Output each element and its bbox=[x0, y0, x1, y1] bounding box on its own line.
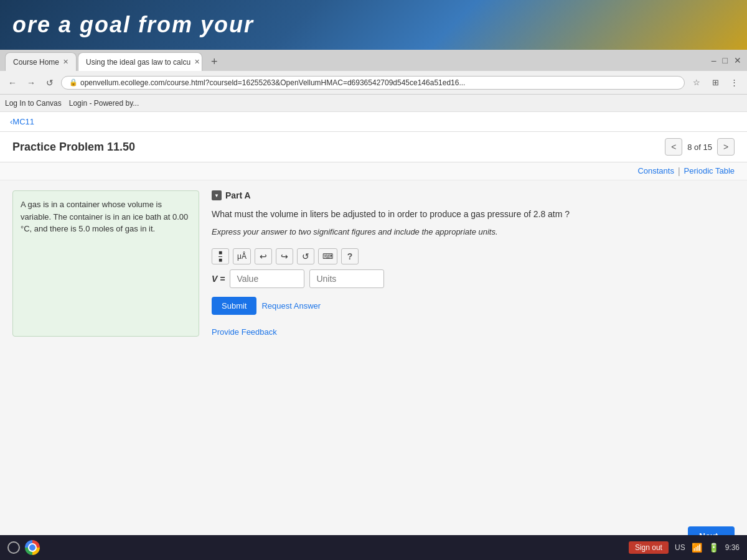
problem-description: A gas is in a container whose volume is … bbox=[12, 190, 199, 337]
page-info: 8 of 15 bbox=[687, 142, 712, 152]
units-input[interactable] bbox=[309, 269, 384, 288]
close-button[interactable]: ✕ bbox=[732, 55, 743, 65]
maximize-button[interactable]: □ bbox=[721, 55, 730, 65]
back-button[interactable]: ← bbox=[5, 75, 20, 90]
breadcrumb-nav: ‹MC11 bbox=[0, 112, 747, 132]
new-tab-button[interactable]: + bbox=[206, 55, 223, 68]
constants-bar: Constants | Periodic Table bbox=[0, 162, 747, 180]
extension-icon[interactable]: ⊞ bbox=[707, 75, 723, 91]
taskbar-right: Sign out US 📶 🔋 9:36 bbox=[629, 541, 740, 554]
problem-title: Practice Problem 11.50 bbox=[12, 141, 135, 154]
constants-separator: | bbox=[678, 166, 680, 176]
taskbar-circle-icon[interactable] bbox=[7, 541, 20, 554]
question-instruction: Express your answer to two significant f… bbox=[212, 226, 735, 238]
tab-calc[interactable]: Using the ideal gas law to calcu ✕ bbox=[78, 52, 202, 71]
tab-label-calc: Using the ideal gas law to calcu bbox=[86, 58, 190, 67]
url-display: openvellum.ecollege.com/course.html?cour… bbox=[80, 78, 677, 87]
tab-label-course-home: Course Home bbox=[13, 58, 59, 67]
help-button[interactable]: ? bbox=[341, 248, 359, 264]
bookmark-log-in-canvas[interactable]: Log In to Canvas bbox=[5, 99, 62, 108]
window-controls: – □ ✕ bbox=[706, 53, 747, 68]
constants-link[interactable]: Constants bbox=[637, 166, 674, 176]
periodic-table-link[interactable]: Periodic Table bbox=[684, 166, 735, 176]
sign-out-button[interactable]: Sign out bbox=[629, 541, 669, 554]
bookmark-login-powered-by[interactable]: Login - Powered by... bbox=[69, 99, 139, 108]
browser-actions: ☆ ⊞ ⋮ bbox=[688, 75, 742, 91]
address-bar[interactable]: 🔒 openvellum.ecollege.com/course.html?co… bbox=[61, 76, 685, 90]
bookmark-star-icon[interactable]: ☆ bbox=[688, 75, 705, 91]
taskbar-time: 9:36 bbox=[725, 543, 740, 552]
answer-label: V = bbox=[212, 274, 225, 284]
refresh-button[interactable]: ↺ bbox=[297, 248, 314, 264]
address-bar-row: ← → ↺ 🔒 openvellum.ecollege.com/course.h… bbox=[0, 71, 747, 95]
question-area: Part A What must the volume in liters be… bbox=[212, 190, 735, 337]
tab-close-calc[interactable]: ✕ bbox=[194, 58, 200, 66]
undo-button[interactable]: ↩ bbox=[255, 248, 272, 264]
question-text: What must the volume in liters be adjust… bbox=[212, 208, 735, 221]
taskbar-battery-icon: 🔋 bbox=[708, 543, 719, 553]
reload-button[interactable]: ↺ bbox=[42, 75, 57, 90]
breadcrumb-parent-link[interactable]: ‹MC11 bbox=[10, 117, 34, 126]
main-content: ‹MC11 Practice Problem 11.50 < 8 of 15 >… bbox=[0, 112, 747, 559]
taskbar-chrome-icon[interactable] bbox=[25, 540, 40, 555]
taskbar-left bbox=[7, 540, 40, 555]
problem-area: A gas is in a container whose volume is … bbox=[0, 180, 747, 347]
prev-page-button[interactable]: < bbox=[665, 138, 682, 156]
minimize-button[interactable]: – bbox=[710, 55, 718, 65]
browser-chrome: Course Home ✕ Using the ideal gas law to… bbox=[0, 50, 747, 112]
taskbar-wifi-icon: 📶 bbox=[692, 543, 702, 553]
tab-course-home[interactable]: Course Home ✕ bbox=[5, 52, 77, 71]
tab-close-course-home[interactable]: ✕ bbox=[63, 58, 68, 66]
part-a-toggle[interactable] bbox=[212, 190, 222, 200]
bookmarks-bar: Log In to Canvas Login - Powered by... bbox=[0, 95, 747, 112]
submit-button[interactable]: Submit bbox=[212, 297, 256, 315]
value-input[interactable] bbox=[230, 269, 304, 288]
mu-button[interactable]: μÅ bbox=[233, 248, 251, 264]
keyboard-button[interactable]: ⌨ bbox=[318, 248, 337, 264]
top-banner-text: ore a goal from your bbox=[12, 12, 254, 38]
request-answer-link[interactable]: Request Answer bbox=[261, 297, 321, 315]
action-buttons: Submit Request Answer bbox=[212, 297, 735, 315]
fraction-button[interactable]: ■ ■ bbox=[212, 248, 229, 264]
part-a-label: Part A bbox=[225, 190, 251, 200]
tab-area: Course Home ✕ Using the ideal gas law to… bbox=[0, 50, 706, 71]
provide-feedback-link[interactable]: Provide Feedback bbox=[212, 327, 735, 337]
next-page-button[interactable]: > bbox=[717, 138, 735, 156]
more-options-icon[interactable]: ⋮ bbox=[726, 75, 742, 91]
problem-header: Practice Problem 11.50 < 8 of 15 > bbox=[0, 132, 747, 162]
forward-button[interactable]: → bbox=[24, 75, 39, 90]
redo-button[interactable]: ↪ bbox=[276, 248, 293, 264]
pagination-controls: < 8 of 15 > bbox=[665, 138, 735, 156]
answer-input-row: V = bbox=[212, 269, 735, 288]
answer-toolbar: ■ ■ μÅ ↩ ↪ ↺ ⌨ ? bbox=[212, 248, 735, 264]
taskbar: Sign out US 📶 🔋 9:36 bbox=[0, 535, 747, 560]
taskbar-locale: US bbox=[675, 543, 685, 552]
top-banner: ore a goal from your bbox=[0, 0, 747, 50]
part-a-header: Part A bbox=[212, 190, 735, 200]
security-lock-icon: 🔒 bbox=[69, 78, 78, 86]
tab-bar: Course Home ✕ Using the ideal gas law to… bbox=[0, 50, 747, 71]
